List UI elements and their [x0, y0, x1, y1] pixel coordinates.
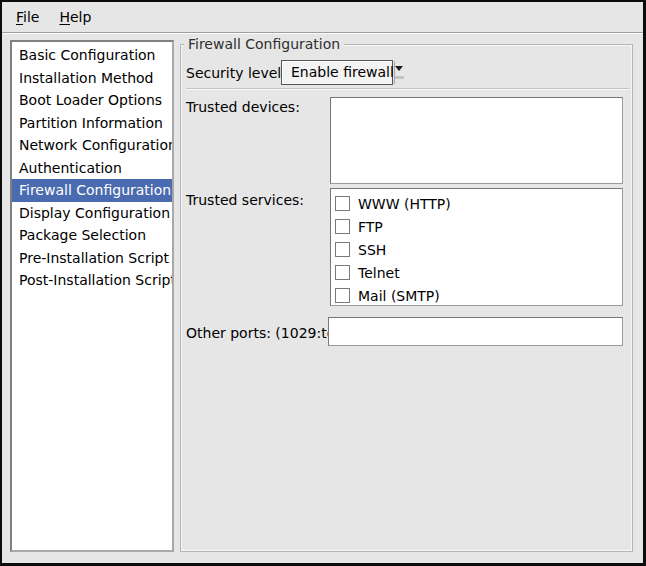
sidebar-item-installation-method[interactable]: Installation Method	[12, 67, 172, 90]
horizontal-separator	[186, 88, 629, 89]
sidebar-item-display-configuration[interactable]: Display Configuration	[12, 202, 172, 225]
service-row-telnet[interactable]: Telnet	[335, 261, 622, 284]
checkbox-ftp[interactable]	[335, 219, 350, 234]
sidebar-item-post-installation-script[interactable]: Post-Installation Script	[12, 269, 172, 292]
security-level-label: Security level:	[186, 64, 286, 82]
checkbox-www-http[interactable]	[335, 196, 350, 211]
sidebar-item-partition-information[interactable]: Partition Information	[12, 112, 172, 135]
sidebar-item-pre-installation-script[interactable]: Pre-Installation Script	[12, 247, 172, 270]
menu-help[interactable]: Help	[49, 2, 101, 32]
service-label-ftp: FTP	[358, 219, 383, 235]
checkbox-mail-smtp[interactable]	[335, 288, 350, 303]
service-row-www[interactable]: WWW (HTTP)	[335, 192, 622, 215]
service-label-telnet: Telnet	[358, 265, 400, 281]
sidebar-item-basic-configuration[interactable]: Basic Configuration	[12, 44, 172, 67]
other-ports-label: Other ports: (1029:tcp)	[186, 324, 349, 342]
trusted-services-list: WWW (HTTP) FTP SSH Telnet Mail (SMTP)	[330, 188, 623, 306]
app-window: File Help Basic Configuration Installati…	[0, 0, 646, 566]
trusted-services-label: Trusted services:	[186, 191, 304, 209]
frame-title: Firewall Configuration	[184, 36, 344, 53]
security-level-value: Enable firewall	[282, 61, 394, 84]
menu-help-label: Help	[59, 9, 91, 25]
arrow-down-glyph	[395, 66, 403, 75]
trusted-devices-label: Trusted devices:	[186, 98, 300, 116]
sidebar-item-authentication[interactable]: Authentication	[12, 157, 172, 180]
sidebar-item-firewall-configuration[interactable]: Firewall Configuration	[12, 179, 172, 202]
menu-file[interactable]: File	[6, 2, 49, 32]
sidebar-item-boot-loader-options[interactable]: Boot Loader Options	[12, 89, 172, 112]
service-row-mail[interactable]: Mail (SMTP)	[335, 284, 622, 307]
sidebar-item-network-configuration[interactable]: Network Configuration	[12, 134, 172, 157]
menu-bar: File Help	[2, 2, 643, 33]
service-label-www: WWW (HTTP)	[358, 196, 451, 212]
service-row-ftp[interactable]: FTP	[335, 215, 622, 238]
service-row-ssh[interactable]: SSH	[335, 238, 622, 261]
sidebar-item-package-selection[interactable]: Package Selection	[12, 224, 172, 247]
other-ports-input[interactable]	[328, 317, 623, 346]
section-list: Basic Configuration Installation Method …	[10, 40, 174, 552]
dropdown-arrow-icon	[394, 61, 404, 84]
security-level-dropdown[interactable]: Enable firewall	[281, 60, 393, 85]
trusted-devices-list[interactable]	[330, 97, 623, 184]
arrow-bar-glyph	[395, 76, 404, 79]
menu-file-label: File	[16, 9, 39, 25]
service-label-ssh: SSH	[358, 242, 386, 258]
checkbox-ssh[interactable]	[335, 242, 350, 257]
service-label-mail: Mail (SMTP)	[358, 288, 440, 304]
checkbox-telnet[interactable]	[335, 265, 350, 280]
